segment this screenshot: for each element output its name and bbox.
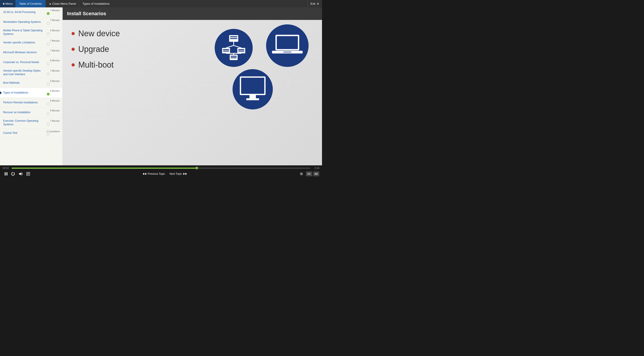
menu-button[interactable]: Menu (0, 0, 16, 8)
remaining-time: 2:24 (312, 167, 319, 169)
next-arrow-icon (183, 173, 187, 175)
network-circle (215, 29, 253, 67)
status-icon (46, 112, 50, 116)
sidebar-item-meta: 7 Minutes (46, 9, 60, 15)
bullet-dot (72, 63, 75, 67)
svg-rect-37 (246, 98, 259, 100)
toc-button[interactable]: Table of Contents (16, 0, 46, 8)
status-icon (46, 12, 50, 15)
sidebar-item-4[interactable]: Vendor-specific Limitations 7 Minutes (0, 38, 62, 48)
sidebar-item-label: Vendor-specific Limitations (3, 41, 44, 45)
svg-rect-21 (238, 51, 244, 52)
sidebar-item-9[interactable]: Types of Installations 5 Minutes (0, 88, 62, 98)
volume-icon (19, 172, 23, 176)
sidebar-item-10[interactable]: Perform Remote Installations 6 Minutes (0, 98, 62, 108)
sidebar-item-meta: 6 Minutes (46, 109, 60, 116)
chevron-left-icon (3, 3, 4, 5)
exit-button[interactable]: Exit ✕ (308, 0, 322, 8)
sidebar-item-13[interactable]: Course Test 11 Questions (0, 128, 62, 138)
next-topic-button[interactable]: Next Topic (167, 171, 189, 176)
sidebar-item-7[interactable]: Version-specific Desktop Styles and User… (0, 67, 62, 78)
sidebar-item-5[interactable]: Microsoft Windows Versions 7 Minutes (0, 48, 62, 58)
status-icon (46, 102, 50, 106)
replay-icon: 10 (11, 172, 15, 176)
bullet-text: Upgrade (78, 45, 109, 54)
replay-button[interactable]: 10 (10, 171, 17, 177)
svg-rect-3 (130, 89, 159, 112)
sidebar-item-meta: 6 Minutes (46, 100, 60, 106)
prev-topic-button[interactable]: Previous Topic (140, 171, 167, 176)
svg-rect-39 (6, 172, 8, 175)
svg-rect-18 (223, 51, 229, 52)
sidebar-item-1[interactable]: 32-bit vs. 64-bit Processing 7 Minutes (0, 8, 62, 17)
bullet-text: New device (78, 29, 120, 38)
progress-fill-green (12, 168, 197, 169)
status-icon (46, 82, 50, 86)
svg-rect-20 (238, 49, 244, 50)
svg-rect-33 (283, 52, 291, 53)
close-panel-button[interactable]: ◄ Close Menu Panel (46, 0, 80, 8)
sidebar-item-6[interactable]: Corporate vs. Personal Needs 8 Minutes (0, 58, 62, 67)
svg-marker-42 (19, 172, 21, 175)
transcript-button[interactable] (24, 171, 32, 177)
status-icon (46, 32, 50, 35)
svg-rect-35 (241, 78, 264, 94)
bullet-item-1: New device (72, 29, 120, 38)
settings-button[interactable] (298, 171, 305, 177)
sidebar-item-12[interactable]: Exercise: Common Operating Systems 7 Min… (0, 118, 62, 128)
sidebar-item-label: 32-bit vs. 64-bit Processing (3, 11, 44, 14)
sidebar-item-meta: 7 Minutes (46, 40, 60, 46)
content-area: Install Scenarios (62, 8, 322, 165)
status-icon (46, 72, 50, 76)
close-panel-label: Close Menu Panel (52, 2, 76, 5)
sidebar-item-label: Corporate vs. Personal Needs (3, 61, 44, 64)
settings-icon (300, 172, 303, 176)
prev-topic-label: Previous Topic (148, 172, 165, 175)
svg-point-4 (164, 86, 194, 115)
cc-button[interactable]: CC (306, 171, 312, 176)
svg-line-14 (226, 46, 234, 48)
status-icon (46, 22, 50, 25)
bullet-dot (72, 48, 75, 51)
player-controls: 02:52 2:24 10 (0, 165, 322, 178)
sidebar-item-label: Exercise: Common Operating Systems (3, 119, 44, 126)
status-icon (46, 42, 50, 46)
progress-track[interactable] (12, 168, 310, 169)
volume-button[interactable] (17, 171, 24, 177)
current-time: 02:52 (3, 167, 10, 169)
bullet-item-2: Upgrade (72, 45, 120, 54)
sidebar-item-label: Workstation Operating Systems (3, 20, 44, 24)
exit-label: Exit (310, 2, 315, 5)
sidebar-item-meta: 11 Questions (46, 130, 60, 136)
sidebar-item-meta: 4 Minutes (46, 29, 60, 35)
status-icon (46, 122, 50, 126)
sidebar-item-meta: 8 Minutes (46, 59, 60, 65)
progress-thumb[interactable] (196, 167, 198, 169)
breadcrumb: Types of Installations (80, 0, 308, 8)
svg-rect-38 (5, 172, 6, 175)
sidebar-item-2[interactable]: Workstation Operating Systems 7 Minutes (0, 17, 62, 27)
sidebar-item-11[interactable]: Recover an Installation 6 Minutes (0, 108, 62, 118)
status-icon (46, 92, 50, 96)
controls-row: 10 Previous (0, 170, 322, 178)
bullet-text: Multi-boot (78, 60, 114, 70)
svg-rect-24 (230, 57, 236, 58)
sidebar-item-label: Boot Methods (3, 81, 44, 85)
slide-title: Install Scenarios (67, 11, 106, 17)
ad-button[interactable]: AD (313, 171, 319, 176)
sidebar-item-meta: 5 Minutes (46, 90, 60, 96)
pause-button[interactable] (3, 171, 10, 177)
sidebar-item-label: Course Test (3, 131, 44, 135)
close-icon: ✕ (317, 2, 319, 6)
bullet-list: New device Upgrade Multi-boot (72, 29, 120, 76)
sidebar-item-meta: 7 Minutes (46, 70, 60, 76)
sidebar-item-3[interactable]: Mobile Phone & Tablet Operating Systems … (0, 27, 62, 38)
sidebar-item-meta: 5 Minutes (46, 80, 60, 86)
svg-marker-40 (14, 172, 15, 173)
svg-rect-11 (230, 36, 238, 37)
sidebar-item-8[interactable]: Boot Methods 5 Minutes (0, 78, 62, 88)
app-header: Menu Table of Contents ◄ Close Menu Pane… (0, 0, 322, 8)
sidebar-item-label: Mobile Phone & Tablet Operating Systems (3, 29, 44, 36)
svg-point-47 (301, 173, 302, 175)
next-topic-label: Next Topic (170, 172, 182, 175)
